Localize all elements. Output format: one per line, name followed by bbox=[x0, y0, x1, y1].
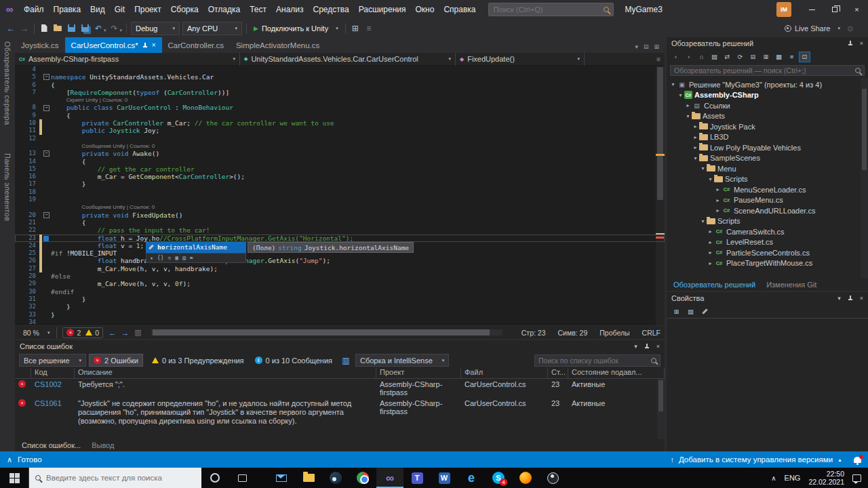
scope-dropdown[interactable]: Все решение ▾ bbox=[19, 354, 86, 367]
chevron-down-icon[interactable]: ▾ bbox=[837, 26, 840, 31]
user-avatar[interactable]: IM bbox=[776, 2, 791, 17]
expander-icon[interactable]: ▸ bbox=[714, 197, 722, 203]
menu-Git[interactable]: Git bbox=[110, 0, 130, 19]
tree-item[interactable]: ▸C#MenuSceneLoader.cs bbox=[667, 184, 868, 195]
expander-icon[interactable]: ▾ bbox=[684, 113, 692, 119]
expander-icon[interactable]: ▸ bbox=[692, 144, 699, 150]
tree-item[interactable]: ▸Joystick Pack bbox=[667, 121, 868, 132]
tree-item[interactable]: ▾Assets bbox=[667, 111, 868, 122]
indent-mode-indicator[interactable]: Пробелы bbox=[599, 329, 629, 337]
edge-icon[interactable]: e bbox=[458, 468, 485, 488]
column-header[interactable]: Файл bbox=[461, 368, 548, 378]
columns-filter-icon[interactable]: ▥ bbox=[339, 353, 353, 368]
expander-icon[interactable]: ▾ bbox=[707, 176, 714, 182]
start-debugging-button[interactable]: ▶ Подключить к Unity ▾ bbox=[250, 22, 342, 35]
active-files-dropdown-icon[interactable]: ▾ bbox=[635, 43, 638, 50]
expander-icon[interactable]: ▸ bbox=[692, 134, 699, 140]
document-health-indicator[interactable]: 2 0 bbox=[62, 327, 103, 338]
tool-tab-Список ошибок...[interactable]: Список ошибок... bbox=[22, 441, 81, 449]
server-explorer-tab[interactable]: Обозреватель сервера bbox=[3, 41, 12, 125]
start-button[interactable] bbox=[0, 468, 28, 488]
cortana-button[interactable] bbox=[201, 468, 229, 488]
expander-icon[interactable]: ▾ bbox=[692, 155, 699, 161]
notifications-bell-icon[interactable] bbox=[854, 457, 861, 463]
filter-snippet-icon[interactable]: ≡ bbox=[190, 255, 193, 261]
expander-icon[interactable]: ▸ bbox=[707, 228, 714, 235]
minimize-button[interactable] bbox=[801, 0, 823, 19]
properties-header[interactable]: Свойства ▾ × bbox=[667, 292, 868, 304]
menu-Расширения[interactable]: Расширения bbox=[354, 0, 411, 19]
close-icon[interactable]: × bbox=[152, 41, 156, 49]
tree-item[interactable]: ▸▤Ссылки bbox=[667, 100, 868, 111]
redo-icon[interactable]: ↷ bbox=[108, 21, 121, 36]
tree-item[interactable]: ▾SampleScenes bbox=[667, 153, 868, 164]
tree-item[interactable]: ▸Low Poly Playable Vehicles bbox=[667, 142, 868, 153]
fold-collapse-icon[interactable]: − bbox=[43, 74, 50, 80]
tool-tab-Изменения Git[interactable]: Изменения Git bbox=[766, 281, 816, 289]
show-all-files-icon[interactable]: ▦ bbox=[773, 52, 785, 62]
new-project-icon[interactable] bbox=[37, 21, 51, 36]
keyboard-language[interactable]: ENG bbox=[785, 474, 801, 482]
tree-item[interactable]: ▸C#ParticleSceneControls.cs bbox=[667, 247, 868, 258]
teams-icon[interactable]: T bbox=[403, 468, 431, 488]
forward-icon[interactable]: › bbox=[683, 52, 694, 62]
build-intellisense-dropdown[interactable]: Сборка и IntelliSense ▾ bbox=[355, 354, 449, 367]
menu-Проект[interactable]: Проект bbox=[130, 0, 166, 19]
intellisense-selected-item[interactable]: horizontalAxisName bbox=[146, 242, 246, 253]
menu-Отладка[interactable]: Отладка bbox=[203, 0, 245, 19]
solution-platforms-dropdown[interactable]: Any CPU▾ bbox=[182, 22, 242, 35]
filter-all-icon[interactable]: ★ bbox=[150, 255, 153, 261]
obs-icon[interactable] bbox=[539, 468, 566, 488]
scrollbar-thumb[interactable] bbox=[153, 329, 490, 336]
save-all-icon[interactable] bbox=[78, 21, 92, 36]
open-file-icon[interactable] bbox=[51, 21, 64, 36]
issue-filter-icon[interactable]: ▥ bbox=[132, 328, 144, 337]
close-icon[interactable]: × bbox=[860, 295, 863, 302]
error-list-search-input[interactable] bbox=[538, 357, 651, 365]
menu-Вид[interactable]: Вид bbox=[85, 0, 110, 19]
expander-icon[interactable]: ▸ bbox=[707, 260, 714, 266]
expander-icon[interactable]: ▾ bbox=[669, 81, 677, 87]
taskbar-search-input[interactable] bbox=[46, 474, 195, 482]
tab-CarController.cs[interactable]: CarController.cs bbox=[162, 37, 230, 53]
redo-dropdown-icon[interactable]: ▾ bbox=[120, 28, 123, 33]
tool-tab-Обозреватель решений[interactable]: Обозреватель решений bbox=[673, 281, 755, 289]
solution-explorer-scrollbar[interactable] bbox=[861, 78, 868, 279]
undo-dropdown-icon[interactable]: ▾ bbox=[104, 28, 106, 33]
navigate-back-icon[interactable]: ← bbox=[4, 21, 18, 36]
expander-icon[interactable]: ▾ bbox=[699, 218, 707, 224]
tree-item[interactable]: ▸C#LevelReset.cs bbox=[667, 237, 868, 248]
split-window-icon[interactable]: ⊟ bbox=[644, 43, 649, 50]
menu-Окно[interactable]: Окно bbox=[410, 0, 439, 19]
tree-item[interactable]: ▾▣Решение "MyGame3" (проекты: 4 из 4) bbox=[667, 79, 868, 90]
expander-icon[interactable]: ▸ bbox=[692, 123, 699, 129]
refresh-icon[interactable]: ⟳ bbox=[734, 52, 746, 62]
expander-icon[interactable]: ▾ bbox=[677, 92, 684, 98]
taskbar-clock[interactable]: 22:50 22.02.2021 bbox=[808, 470, 844, 486]
word-icon[interactable]: W bbox=[431, 468, 458, 488]
visual-studio-icon[interactable]: ∞ bbox=[376, 468, 403, 488]
skype-icon[interactable]: S4 bbox=[485, 468, 512, 488]
switch-views-icon[interactable]: ▤ bbox=[709, 52, 720, 62]
alphabetical-icon[interactable]: ▤ bbox=[685, 306, 696, 317]
member-dropdown[interactable]: ◆ FixedUpdate() ▾ bbox=[456, 53, 585, 66]
quick-actions-icon[interactable] bbox=[43, 236, 49, 241]
toolbox-tab[interactable]: Панель элементов bbox=[3, 153, 12, 221]
hidden-icons-chevron-icon[interactable]: ∧ bbox=[771, 474, 776, 482]
pin-icon[interactable] bbox=[848, 296, 853, 301]
menu-Анализ[interactable]: Анализ bbox=[271, 0, 309, 19]
error-row[interactable]: CS1002Требуется ";".Assembly-CSharp-firs… bbox=[15, 379, 665, 398]
scrollbar-thumb[interactable] bbox=[862, 89, 867, 170]
column-header[interactable]: Ст... bbox=[548, 368, 568, 378]
sync-with-active-document-icon[interactable]: ⇄ bbox=[722, 52, 733, 62]
live-share-label[interactable]: Live Share bbox=[795, 24, 831, 33]
scrollbar-thumb[interactable] bbox=[658, 380, 663, 411]
tab-CarUserControl.cs*[interactable]: CarUserControl.cs*× bbox=[65, 37, 162, 53]
chevron-down-icon[interactable]: ▾ bbox=[634, 343, 637, 350]
fold-collapse-icon[interactable]: − bbox=[43, 105, 50, 111]
pin-icon[interactable] bbox=[848, 41, 853, 46]
filter-property-icon[interactable]: ▤ bbox=[182, 255, 186, 261]
prev-issue-icon[interactable]: ← bbox=[106, 329, 119, 337]
next-issue-icon[interactable]: → bbox=[119, 329, 132, 337]
type-dropdown[interactable]: ◆ UnityStandardAssets.Vehicles.Car.CarUs… bbox=[240, 53, 456, 66]
